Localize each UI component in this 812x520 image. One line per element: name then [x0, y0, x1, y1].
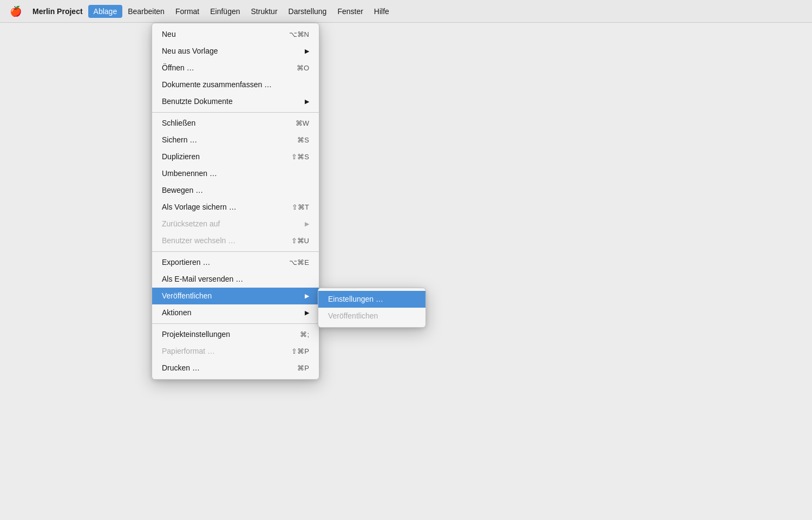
menu-item-aktionen[interactable]: Aktionen ▶ — [152, 304, 319, 321]
menu-item-zuruecksetzen: Zurücksetzen auf ▶ — [152, 216, 319, 232]
separator-3 — [152, 323, 319, 324]
menu-einfuegen[interactable]: Einfügen — [205, 5, 245, 18]
submenu-item-veroeffentlichen: Veröffentlichen — [318, 308, 425, 324]
menu-item-zusammenfassen[interactable]: Dokumente zusammenfassen … — [152, 76, 319, 93]
menu-item-benutzer-wechseln: Benutzer wechseln … ⇧⌘U — [152, 232, 319, 249]
menu-item-neu-vorlage[interactable]: Neu aus Vorlage ▶ — [152, 43, 319, 60]
menu-item-neu[interactable]: Neu ⌥⌘N — [152, 26, 319, 43]
menu-darstellung[interactable]: Darstellung — [283, 5, 332, 18]
menu-bearbeiten[interactable]: Bearbeiten — [122, 5, 170, 18]
menu-item-umbenennen[interactable]: Umbenennen … — [152, 165, 319, 182]
menu-item-sichern[interactable]: Sichern … ⌘S — [152, 132, 319, 148]
app-name[interactable]: Merlin Project — [27, 5, 88, 18]
menu-item-duplizieren[interactable]: Duplizieren ⇧⌘S — [152, 148, 319, 165]
submenu-item-einstellungen[interactable]: Einstellungen … — [318, 291, 425, 308]
menu-item-veroeffentlichen[interactable]: Veröffentlichen ▶ — [152, 288, 319, 304]
menu-format[interactable]: Format — [170, 5, 205, 18]
menu-item-oeffnen[interactable]: Öffnen … ⌘O — [152, 60, 319, 76]
menu-fenster[interactable]: Fenster — [332, 5, 368, 18]
veroeffentlichen-submenu: Einstellungen … Veröffentlichen — [318, 288, 426, 328]
apple-menu[interactable]: 🍎 — [4, 3, 27, 20]
menu-item-papierformat: Papierformat … ⇧⌘P — [152, 343, 319, 360]
menu-item-email[interactable]: Als E-Mail versenden … — [152, 271, 319, 288]
menu-item-schliessen[interactable]: Schließen ⌘W — [152, 115, 319, 132]
menu-item-exportieren[interactable]: Exportieren … ⌥⌘E — [152, 254, 319, 271]
menu-item-drucken[interactable]: Drucken … ⌘P — [152, 360, 319, 376]
separator-2 — [152, 251, 319, 252]
menu-item-benutzte-dokumente[interactable]: Benutzte Dokumente ▶ — [152, 93, 319, 110]
menu-ablage[interactable]: Ablage — [88, 5, 123, 18]
separator-1 — [152, 112, 319, 113]
dropdown-container: Neu ⌥⌘N Neu aus Vorlage ▶ Öffnen … ⌘O Do… — [152, 23, 319, 380]
menu-item-vorlage-sichern[interactable]: Als Vorlage sichern … ⇧⌘T — [152, 199, 319, 216]
menu-struktur[interactable]: Struktur — [246, 5, 283, 18]
menu-item-bewegen[interactable]: Bewegen … — [152, 182, 319, 199]
submenu-wrapper-veroeffentlichen: Veröffentlichen ▶ Einstellungen … Veröff… — [152, 288, 319, 304]
menu-hilfe[interactable]: Hilfe — [369, 5, 395, 18]
menubar: 🍎 Merlin Project Ablage Bearbeiten Forma… — [0, 0, 812, 23]
menu-item-projekteinstellungen[interactable]: Projekteinstellungen ⌘; — [152, 326, 319, 343]
ablage-menu: Neu ⌥⌘N Neu aus Vorlage ▶ Öffnen … ⌘O Do… — [152, 23, 319, 380]
